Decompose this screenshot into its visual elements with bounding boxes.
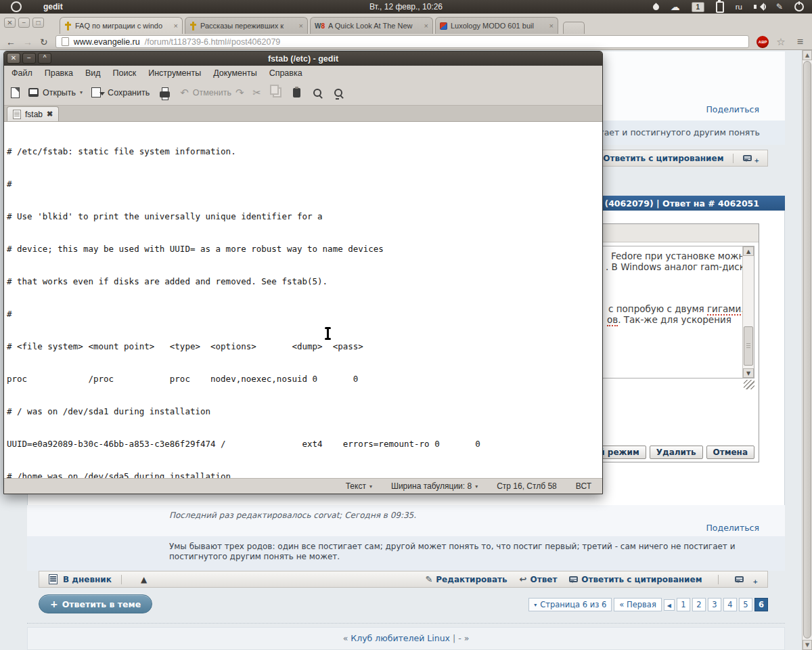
- reply-to-thread-button[interactable]: + Ответить в теме: [39, 594, 152, 613]
- plus-icon: +: [50, 599, 58, 609]
- tab-bar: FAQ по миграции с windo × Рассказы переж…: [60, 16, 731, 34]
- signature-band-bottom: Умы бывают трех родов: один все постигае…: [27, 536, 785, 571]
- multiquote-bubble-icon[interactable]: [735, 576, 744, 582]
- search-icon[interactable]: [313, 89, 321, 97]
- share-link-top[interactable]: Поделиться: [706, 104, 759, 114]
- share-link-bottom[interactable]: Поделиться: [706, 523, 759, 533]
- volume-icon[interactable]: [754, 3, 765, 11]
- code-line: # / was on /dev/sda1 during installation: [7, 406, 602, 417]
- textarea-scrollbar-thumb[interactable]: [744, 326, 753, 366]
- code-line: # device; this may be used with UUID= as…: [7, 244, 602, 255]
- browser-chrome: ✕ − □ FAQ по миграции с windo × Рассказы…: [0, 14, 812, 50]
- redo-icon: ↷: [235, 87, 244, 99]
- window-minimize-button[interactable]: −: [18, 18, 30, 28]
- page-link-1[interactable]: 1: [677, 598, 690, 611]
- keyboard-layout-indicator[interactable]: ru: [736, 3, 742, 11]
- menu-documents[interactable]: Документы: [207, 67, 263, 79]
- tab-close-icon[interactable]: ✖: [47, 110, 53, 118]
- browser-scrollbar-thumb[interactable]: [803, 61, 811, 638]
- multiquote-bubble-icon[interactable]: [743, 155, 752, 161]
- postbit-controls: В дневник ▲ ✎Редактировать ↩Ответ Ответи…: [39, 571, 768, 588]
- reply-with-quote-link-top[interactable]: Ответить с цитированием: [603, 154, 723, 163]
- workspace-switcher[interactable]: 1: [692, 2, 704, 12]
- menu-tools[interactable]: Инструменты: [142, 67, 207, 79]
- postbit-right-group: ✎Редактировать ↩Ответ Ответить с цитиров…: [425, 573, 758, 585]
- cloud-icon[interactable]: ☁: [671, 2, 680, 12]
- window-close-button[interactable]: ✕: [4, 18, 16, 28]
- blog-link[interactable]: В дневник: [63, 575, 112, 584]
- battery-icon[interactable]: [716, 1, 724, 13]
- cursor-position: Стр 16, Стлб 58: [497, 481, 557, 491]
- post-number-link[interactable]: #79 (4062079) | Ответ на # 4062051: [583, 198, 759, 209]
- menu-edit[interactable]: Правка: [39, 67, 79, 79]
- paste-icon[interactable]: [293, 88, 300, 98]
- reply-link[interactable]: ↩Ответ: [520, 574, 558, 584]
- tab-close-icon[interactable]: ×: [424, 22, 428, 30]
- menu-file[interactable]: Файл: [5, 67, 39, 79]
- new-document-button[interactable]: [11, 87, 20, 98]
- address-bar[interactable]: www.evangelie.ru/forum/t118739-6.html#po…: [55, 35, 749, 48]
- scroll-up-icon[interactable]: ▲: [803, 50, 812, 60]
- menu-view[interactable]: Вид: [79, 67, 107, 79]
- print-icon: [160, 91, 170, 98]
- browser-tab-2[interactable]: Рассказы переживших к ×: [185, 17, 308, 34]
- scroll-down-icon[interactable]: ▼: [803, 640, 812, 650]
- tab-width-dropdown[interactable]: Ширина табуляции: 8▾: [391, 481, 478, 491]
- prev-page-icon[interactable]: ◀: [664, 599, 675, 611]
- print-button[interactable]: [158, 87, 171, 98]
- page-link-3[interactable]: 3: [708, 598, 721, 611]
- gedit-menubar: Файл Правка Вид Поиск Инструменты Докуме…: [4, 66, 602, 80]
- active-app-name[interactable]: gedit: [43, 2, 63, 12]
- save-button[interactable]: Сохранить: [91, 87, 150, 98]
- window-maximize-button[interactable]: □: [32, 18, 44, 28]
- document-tab-fstab[interactable]: fstab ✖: [7, 106, 59, 121]
- pencil-icon[interactable]: ✎: [776, 2, 783, 12]
- report-icon[interactable]: ▲: [141, 575, 147, 584]
- tab-close-icon[interactable]: ×: [299, 22, 303, 30]
- reload-icon[interactable]: ↻: [40, 37, 48, 47]
- gedit-minimize-button[interactable]: −: [22, 53, 36, 64]
- page-info-dropdown[interactable]: ▾ Страница 6 из 6: [528, 598, 612, 611]
- bookmark-star-icon[interactable]: ☆: [776, 36, 785, 48]
- cancel-button[interactable]: Отмена: [706, 446, 755, 459]
- adblock-icon[interactable]: ABP: [757, 36, 769, 48]
- browser-tab-3[interactable]: W8 A Quick Look At The New ×: [310, 17, 433, 34]
- separator: [733, 154, 734, 163]
- page-link-5[interactable]: 5: [739, 598, 752, 611]
- code-line: # <file system> <mount point> <type> <op…: [7, 341, 602, 352]
- search-replace-icon[interactable]: [334, 89, 342, 97]
- power-icon[interactable]: [794, 2, 804, 12]
- browser-scrollbar[interactable]: ▲ ▼: [802, 50, 812, 650]
- forum-section-link[interactable]: Клуб любителей Linux: [351, 633, 450, 643]
- session-icon[interactable]: [11, 1, 22, 12]
- tab-close-icon[interactable]: ×: [174, 22, 178, 30]
- gedit-close-button[interactable]: ✕: [7, 53, 20, 64]
- tab-close-icon[interactable]: ×: [549, 22, 554, 30]
- textarea-scrollbar[interactable]: ▲ ▼: [742, 246, 754, 378]
- menu-help[interactable]: Справка: [263, 67, 309, 79]
- page-link-2[interactable]: 2: [692, 598, 706, 611]
- edit-post-link[interactable]: ✎Редактировать: [425, 574, 507, 584]
- gedit-window-title: fstab (/etc) - gedit: [268, 54, 338, 64]
- first-page-link[interactable]: « Первая: [614, 598, 661, 611]
- open-button[interactable]: Открыть ▾: [28, 88, 83, 98]
- back-icon[interactable]: ←: [6, 37, 16, 47]
- document-icon: [13, 110, 21, 119]
- page-link-4[interactable]: 4: [723, 598, 737, 611]
- browser-tab-4[interactable]: Luxology MODO 601 buil ×: [435, 17, 558, 34]
- reply-with-quote-link-bottom[interactable]: Ответить с цитированием: [569, 575, 702, 584]
- chevron-down-icon: ▾: [475, 483, 478, 490]
- text-editor-area[interactable]: # /etc/fstab: static file system informa…: [4, 122, 602, 478]
- gedit-titlebar[interactable]: ✕ − ^ fstab (/etc) - gedit: [4, 51, 602, 66]
- menu-icon[interactable]: ≡: [797, 36, 803, 48]
- resize-grip-icon[interactable]: [744, 380, 754, 389]
- scroll-down-icon[interactable]: ▼: [743, 368, 754, 378]
- delete-button[interactable]: Удалить: [650, 446, 703, 459]
- highlight-mode-dropdown[interactable]: Текст▾: [346, 481, 372, 491]
- gedit-window: ✕ − ^ fstab (/etc) - gedit Файл Правка В…: [3, 51, 603, 494]
- browser-tab-1[interactable]: FAQ по миграции с windo ×: [60, 17, 183, 34]
- droplet-icon[interactable]: [652, 3, 660, 12]
- scroll-up-icon[interactable]: ▲: [743, 246, 754, 256]
- gedit-maximize-button[interactable]: ^: [38, 53, 51, 64]
- new-tab-button[interactable]: [563, 22, 585, 34]
